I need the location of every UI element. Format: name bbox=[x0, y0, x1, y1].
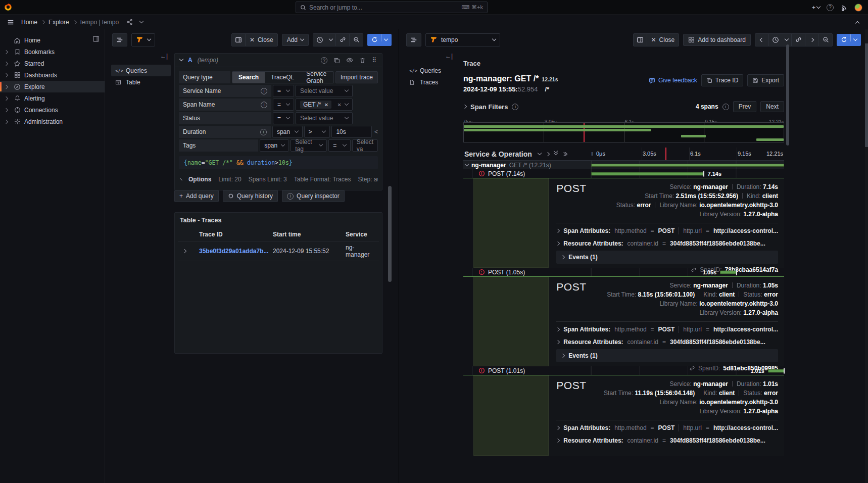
page-scrollbar[interactable] bbox=[865, 29, 868, 483]
resource-attributes-row[interactable]: Resource Attributes: container.id=304fd8… bbox=[556, 434, 778, 447]
duration-value-input[interactable]: 10s bbox=[331, 126, 372, 138]
service-name-value-select[interactable]: Select value bbox=[296, 85, 353, 97]
zoom-out-icon[interactable] bbox=[819, 34, 832, 46]
sidebar-item-bookmarks[interactable]: Bookmarks bbox=[0, 46, 105, 58]
span-filters-label[interactable]: Span Filters bbox=[470, 103, 508, 111]
tab-traceql[interactable]: TraceQL bbox=[265, 72, 300, 83]
expand-icon[interactable] bbox=[556, 438, 560, 442]
add-query-button[interactable]: + Add query bbox=[174, 190, 219, 202]
query-help-icon[interactable]: ? bbox=[321, 57, 327, 64]
span-filters-expand-icon[interactable] bbox=[463, 105, 467, 109]
expand-one-icon[interactable] bbox=[546, 152, 550, 156]
tags-value-select[interactable]: Select va bbox=[352, 139, 378, 152]
span-bar[interactable] bbox=[591, 172, 704, 175]
row-expander-icon[interactable] bbox=[178, 242, 197, 261]
tags-scope-select[interactable]: span bbox=[260, 139, 289, 152]
sidebar-item-starred[interactable]: Starred bbox=[0, 58, 105, 69]
expand-icon[interactable] bbox=[4, 61, 8, 65]
menu-icon[interactable] bbox=[4, 16, 17, 28]
table-panel-title[interactable]: Table - Traces bbox=[175, 213, 382, 228]
events-row[interactable]: Events (1) bbox=[556, 349, 778, 362]
resource-attributes-row[interactable]: Resource Attributes: container.id=304fd8… bbox=[556, 335, 778, 348]
events-row[interactable]: Events (1) bbox=[556, 251, 778, 264]
remove-chip-icon[interactable]: ✕ bbox=[324, 102, 328, 108]
shift-time-back-icon[interactable] bbox=[755, 34, 768, 46]
give-feedback-link[interactable]: Give feedback bbox=[649, 77, 697, 84]
trace-id-button[interactable]: Trace ID bbox=[701, 74, 744, 86]
status-value-select[interactable]: Select value bbox=[296, 112, 353, 124]
close-right-pane-button[interactable]: ✕ Close bbox=[647, 34, 679, 46]
query-history-button[interactable]: Query history bbox=[223, 190, 278, 202]
time-range-chevron-icon[interactable] bbox=[326, 34, 335, 46]
close-left-pane-button[interactable]: ✕ Close bbox=[246, 34, 277, 46]
tab-search[interactable]: Search bbox=[232, 72, 265, 83]
status-operator[interactable]: = bbox=[273, 112, 294, 124]
expand-icon[interactable] bbox=[556, 228, 560, 232]
col-trace-id[interactable]: Trace ID bbox=[197, 228, 271, 242]
trace-id-link[interactable]: 35be0f3d29a01adda7b... bbox=[199, 248, 268, 255]
root-span-bar[interactable] bbox=[591, 164, 784, 167]
search-input[interactable]: Search or jump to... ⌨ ⌘+k bbox=[296, 2, 488, 13]
sidebar-item-explore[interactable]: Explore bbox=[0, 81, 105, 92]
user-avatar[interactable] bbox=[852, 2, 865, 14]
breadcrumb-chevron-down-icon[interactable] bbox=[139, 19, 143, 23]
tags-key-select[interactable]: Select tag bbox=[291, 139, 327, 152]
collapse-children-icon[interactable] bbox=[465, 162, 469, 166]
col-start-time[interactable]: Start time bbox=[271, 228, 344, 242]
sidebar-item-alerting[interactable]: Alerting bbox=[0, 92, 105, 104]
col-service[interactable]: Service bbox=[344, 228, 379, 242]
run-query-button[interactable] bbox=[837, 34, 861, 46]
duration-scope-select[interactable]: span bbox=[272, 126, 303, 138]
span-bar[interactable] bbox=[768, 369, 784, 372]
tab-service-graph[interactable]: Service Graph bbox=[300, 72, 333, 83]
time-range-chevron-icon[interactable] bbox=[782, 34, 791, 46]
minimap-bars[interactable] bbox=[463, 122, 784, 142]
rail-item-traces[interactable]: Traces bbox=[405, 76, 456, 88]
query-ref[interactable]: A bbox=[188, 57, 192, 64]
expand-icon[interactable] bbox=[556, 241, 560, 245]
breadcrumb-home[interactable]: Home bbox=[21, 19, 37, 26]
expand-icon[interactable] bbox=[4, 96, 8, 100]
sidebar-item-dashboards[interactable]: Dashboards bbox=[0, 69, 105, 81]
trace-minimap[interactable]: 0μs 3.05s 6.1s 9.15s 12.21s bbox=[463, 116, 784, 142]
add-dropdown-button[interactable]: Add bbox=[282, 34, 309, 46]
options-expand-icon[interactable] bbox=[180, 178, 182, 181]
link-icon[interactable] bbox=[336, 34, 349, 46]
span-name-operator[interactable]: = bbox=[273, 99, 294, 111]
expand-icon[interactable] bbox=[561, 354, 565, 358]
shift-time-forward-icon[interactable] bbox=[805, 34, 818, 46]
breadcrumb-tempo[interactable]: tempo | tempo bbox=[80, 19, 119, 26]
export-button[interactable]: Export bbox=[747, 74, 784, 86]
new-button[interactable]: + bbox=[809, 2, 823, 14]
clear-icon[interactable]: ✕ bbox=[337, 102, 342, 108]
collapse-query-icon[interactable] bbox=[179, 57, 183, 61]
tags-operator[interactable]: = bbox=[328, 139, 350, 152]
link-icon[interactable] bbox=[792, 34, 805, 46]
import-trace-button[interactable]: Import trace bbox=[335, 71, 378, 83]
split-pane-icon[interactable] bbox=[634, 34, 647, 46]
expand-icon[interactable] bbox=[556, 340, 560, 344]
query-rows-icon[interactable] bbox=[406, 33, 421, 46]
span-attributes-row[interactable]: Span Attributes: http.method=POST http.u… bbox=[556, 224, 778, 237]
drag-handle-icon[interactable]: ⠿ bbox=[372, 57, 377, 64]
split-pane-icon[interactable] bbox=[232, 34, 245, 46]
sidebar-item-home[interactable]: Home bbox=[0, 34, 105, 46]
query-options-row[interactable]: Options Limit: 20 Spans Limit: 3 Table F… bbox=[179, 173, 378, 186]
datasource-picker[interactable]: tempo bbox=[425, 33, 500, 46]
span-attributes-row[interactable]: Span Attributes: http.method=POST http.u… bbox=[556, 421, 778, 434]
expand-icon[interactable] bbox=[561, 255, 565, 259]
query-rows-icon[interactable] bbox=[112, 33, 127, 46]
trace-panel-title[interactable]: Trace bbox=[463, 60, 784, 67]
share-icon[interactable] bbox=[123, 16, 136, 28]
collapse-all-icon[interactable] bbox=[554, 151, 557, 157]
next-span-button[interactable]: Next bbox=[760, 101, 784, 112]
expand-icon[interactable] bbox=[4, 50, 8, 54]
datasource-picker[interactable] bbox=[131, 33, 155, 46]
time-range-icon[interactable] bbox=[313, 34, 326, 46]
expand-icon[interactable] bbox=[556, 327, 560, 331]
run-query-button[interactable] bbox=[367, 34, 392, 46]
span-row-post-1[interactable]: POST (7.14s) 7.14s bbox=[463, 169, 784, 178]
grafana-logo-icon[interactable] bbox=[4, 3, 13, 12]
trash-icon[interactable] bbox=[359, 57, 366, 64]
help-icon[interactable]: ? bbox=[824, 2, 837, 14]
